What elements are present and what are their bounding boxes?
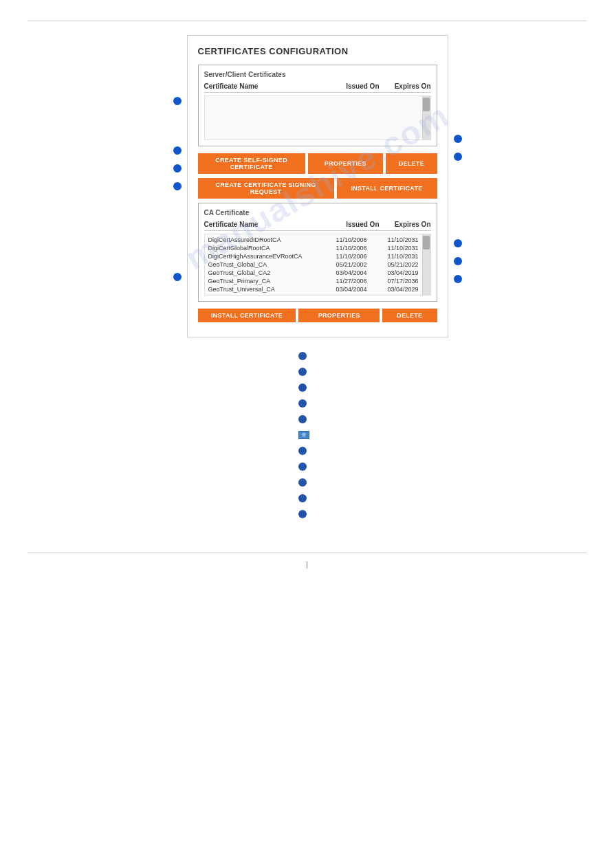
cert-expires: 11/10/2031: [367, 253, 419, 260]
col-header-expires: Expires On: [380, 82, 431, 90]
table-row[interactable]: GeoTrust_Primary_CA 11/27/2006 07/17/203…: [206, 277, 421, 285]
bullet-item-7: [298, 462, 316, 471]
cert-issued: 11/27/2006: [316, 278, 367, 285]
icon-grid: ⊞: [302, 432, 306, 438]
col-header-name: Certificate Name: [204, 82, 328, 90]
cert-issued: 03/04/2004: [316, 286, 367, 293]
cert-expires: 11/10/2031: [367, 245, 419, 252]
annotation-dot-right-1: [454, 135, 462, 143]
install-cert-button-1[interactable]: INSTALL CERTIFICATE: [337, 178, 437, 199]
cert-issued: 11/10/2006: [316, 236, 367, 243]
col-header-issued: Issued On: [328, 82, 380, 90]
table-row[interactable]: GeoTrust_Global_CA 05/21/2002 05/21/2022: [206, 260, 421, 269]
server-client-cert-list[interactable]: [204, 96, 431, 140]
annotation-dot-left-3: [173, 164, 182, 173]
bullet-dot-1: [298, 352, 307, 360]
bullet-dot-2: [298, 368, 307, 376]
btn-row-3: INSTALL CERTIFICATE PROPERTIES DELETE: [198, 309, 437, 322]
cert-config-panel: manualshive.com CERTIFICATES CONFIGURATI…: [187, 35, 448, 337]
bullet-item-2: [298, 367, 316, 376]
main-content: manualshive.com CERTIFICATES CONFIGURATI…: [0, 35, 614, 539]
btn-row-2: CREATE CERTIFICATE SIGNING REQUEST INSTA…: [198, 178, 437, 199]
table-row[interactable]: GeoTrust_Universal_CA 03/04/2004 03/04/2…: [206, 285, 421, 293]
ca-col-header-expires: Expires On: [380, 221, 431, 228]
ca-scrollbar[interactable]: [422, 234, 430, 295]
annotation-dot-right-2: [454, 153, 462, 161]
cert-issued: 11/10/2006: [316, 245, 367, 252]
cert-issued: 03/04/2004: [316, 269, 367, 276]
bottom-divider: [28, 553, 586, 553]
annotation-dot-left-5: [173, 273, 182, 281]
server-client-section: Server/Client Certificates Certificate N…: [198, 65, 437, 146]
table-row[interactable]: DigiCertGlobalRootCA 11/10/2006 11/10/20…: [206, 244, 421, 252]
page-number: |: [306, 560, 308, 568]
bullet-item-icon: ⊞: [298, 430, 316, 439]
bullet-item-9: [298, 493, 316, 502]
annotation-dot-right-5: [454, 275, 462, 283]
create-self-signed-button[interactable]: CREATE SELF-SIGNED CERTIFICATE: [198, 153, 305, 174]
ca-cert-list[interactable]: DigiCertAssuredIDRootCA 11/10/2006 11/10…: [204, 234, 431, 296]
cert-issued: 05/21/2002: [316, 261, 367, 268]
cert-name: DigiCertGlobalRootCA: [208, 245, 316, 252]
create-csr-button[interactable]: CREATE CERTIFICATE SIGNING REQUEST: [198, 178, 334, 199]
cert-name: GeoTrust_Global_CA2: [208, 269, 316, 276]
panel-title: CERTIFICATES CONFIGURATION: [198, 46, 437, 56]
table-row[interactable]: DigiCertHighAssuranceEVRootCA 11/10/2006…: [206, 252, 421, 260]
annotation-dot-right-3: [454, 239, 462, 247]
annotation-dot-left-4: [173, 182, 182, 190]
bullet-dot-8: [298, 478, 307, 487]
server-client-table-header: Certificate Name Issued On Expires On: [204, 82, 431, 93]
cert-issued: 11/10/2006: [316, 253, 367, 260]
annotation-dot-left-2: [173, 146, 182, 155]
cert-name: GeoTrust_Universal_CA: [208, 286, 316, 293]
server-client-legend: Server/Client Certificates: [204, 71, 431, 78]
cert-expires: 07/17/2036: [367, 278, 419, 285]
bullet-item-8: [298, 478, 316, 487]
bullet-dot-5: [298, 415, 307, 423]
top-divider: [28, 21, 586, 21]
properties-button-1[interactable]: PROPERTIES: [308, 153, 383, 174]
delete-button-2[interactable]: DELETE: [382, 309, 437, 322]
cert-expires: 03/04/2019: [367, 269, 419, 276]
ca-scrollbar-thumb[interactable]: [423, 236, 430, 249]
properties-button-2[interactable]: PROPERTIES: [298, 309, 380, 322]
cert-expires: 03/04/2029: [367, 286, 419, 293]
scrollbar-right[interactable]: [422, 96, 430, 140]
table-row[interactable]: GeoTrust_Global_CA2 03/04/2004 03/04/201…: [206, 269, 421, 277]
bullet-item-6: [298, 446, 316, 455]
bullet-item-4: [298, 399, 316, 408]
page-container: manualshive.com CERTIFICATES CONFIGURATI…: [0, 0, 614, 868]
cert-expires: 11/10/2031: [367, 236, 419, 243]
ca-table-header: Certificate Name Issued On Expires On: [204, 221, 431, 231]
annotation-dot-left-1: [173, 97, 182, 105]
btn-row-1: CREATE SELF-SIGNED CERTIFICATE PROPERTIE…: [198, 153, 437, 174]
bullet-item-1: [298, 351, 316, 360]
scrollbar-thumb[interactable]: [423, 98, 430, 111]
table-row[interactable]: DigiCertAssuredIDRootCA 11/10/2006 11/10…: [206, 236, 421, 244]
delete-button-1[interactable]: DELETE: [386, 153, 437, 174]
bullet-dot-10: [298, 510, 307, 518]
cert-config-wrapper: manualshive.com CERTIFICATES CONFIGURATI…: [98, 35, 517, 337]
install-cert-button-2[interactable]: INSTALL CERTIFICATE: [198, 309, 296, 322]
ca-legend: CA Certificate: [204, 209, 431, 216]
cert-expires: 05/21/2022: [367, 261, 419, 268]
bullet-dot-6: [298, 447, 307, 455]
bullet-item-10: [298, 509, 316, 518]
cert-name: DigiCertHighAssuranceEVRootCA: [208, 253, 316, 260]
annotation-dot-right-4: [454, 257, 462, 265]
ca-section: CA Certificate Certificate Name Issued O…: [198, 203, 437, 302]
bullet-dot-3: [298, 383, 307, 392]
bullet-item-5: [298, 414, 316, 423]
bullet-dot-4: [298, 399, 307, 408]
ca-col-header-issued: Issued On: [328, 221, 380, 228]
ca-cert-list-inner: DigiCertAssuredIDRootCA 11/10/2006 11/10…: [205, 234, 430, 295]
bullet-icon-box: ⊞: [298, 431, 309, 439]
cert-name: GeoTrust_Primary_CA: [208, 278, 316, 285]
cert-name: DigiCertAssuredIDRootCA: [208, 236, 316, 243]
bullet-dot-9: [298, 494, 307, 502]
cert-name: GeoTrust_Global_CA: [208, 261, 316, 268]
ca-col-header-name: Certificate Name: [204, 221, 328, 228]
bullets-section: ⊞: [298, 351, 316, 525]
bullet-dot-7: [298, 463, 307, 471]
bullet-item-3: [298, 383, 316, 392]
